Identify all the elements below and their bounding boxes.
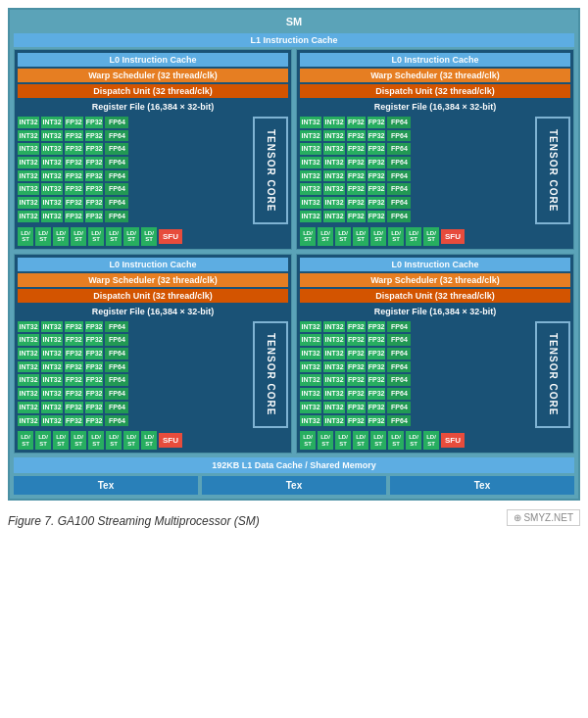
int32-cell: INT32 (18, 143, 39, 155)
fp32-cell: FP32 (85, 130, 104, 142)
int32-cell: INT32 (18, 211, 39, 222)
ld-st-cell: LD/ST (353, 227, 368, 246)
int32-cell: INT32 (41, 402, 63, 413)
fp64-cell: FP64 (387, 348, 411, 359)
fp32-cell: FP32 (85, 374, 104, 386)
fp64-cell: FP64 (105, 348, 128, 359)
fp32-cell: FP32 (65, 170, 83, 182)
ld-st-cell: LD/ST (406, 227, 421, 246)
warp-scheduler-tr: Warp Scheduler (32 thread/clk) (300, 69, 570, 82)
ld-st-cell: LD/ST (300, 431, 316, 450)
register-file-bl: Register File (16,384 × 32-bit) (18, 305, 288, 318)
l1-data-cache: 192KB L1 Data Cache / Shared Memory (14, 457, 574, 473)
quadrant-bottom-left: L0 Instruction Cache Warp Scheduler (32 … (14, 254, 292, 455)
int32-cell: INT32 (323, 348, 345, 359)
sfu-cell-tr: SFU (441, 229, 465, 244)
fp32-cell: FP32 (368, 117, 386, 128)
fp32-cell: FP32 (368, 402, 386, 413)
fp32-cell: FP32 (85, 170, 104, 182)
l0-cache-tl: L0 Instruction Cache (18, 53, 288, 67)
sfu-cell-tl: SFU (159, 229, 182, 244)
fp32-cell: FP32 (368, 197, 386, 209)
compute-section-br: INT32 INT32 FP32 FP32 FP64 INT32 INT32 F… (300, 321, 570, 429)
sm-title: SM (14, 14, 574, 29)
int32-cell: INT32 (300, 143, 321, 155)
tensor-core-bl: TENSOR CORE (253, 321, 288, 429)
quadrant-top-left: L0 Instruction Cache Warp Scheduler (32 … (14, 49, 292, 250)
int32-cell: INT32 (18, 415, 39, 427)
table-row: INT32 INT32 FP32 FP32 FP64 (300, 334, 532, 346)
ld-st-cell: LD/ST (71, 227, 86, 246)
table-row: INT32 INT32 FP32 FP32 FP64 (18, 117, 250, 128)
l0-cache-br: L0 Instruction Cache (300, 258, 570, 271)
table-row: INT32 INT32 FP32 FP32 FP64 (300, 321, 532, 333)
int32-cell: INT32 (300, 211, 321, 222)
fp64-cell: FP64 (105, 402, 128, 413)
ld-st-cell: LD/ST (106, 431, 122, 450)
table-row: INT32 INT32 FP32 FP32 FP64 (18, 321, 250, 333)
table-row: INT32 INT32 FP32 FP32 FP64 (300, 130, 532, 142)
ld-st-cell: LD/ST (318, 431, 333, 450)
fp64-cell: FP64 (387, 415, 411, 427)
fp64-cell: FP64 (387, 388, 411, 400)
fp32-cell: FP32 (65, 183, 83, 195)
fp64-cell: FP64 (105, 183, 128, 195)
int-fp-grid-bl: INT32 INT32 FP32 FP32 FP64 INT32 INT32 F… (18, 321, 250, 429)
tex-cell-center: Tex (202, 476, 386, 495)
ld-st-cell: LD/ST (335, 431, 351, 450)
fp32-cell: FP32 (65, 143, 83, 155)
fp32-cell: FP32 (65, 374, 83, 386)
ld-st-cell: LD/ST (335, 227, 351, 246)
fp32-cell: FP32 (65, 157, 83, 168)
int32-cell: INT32 (18, 170, 39, 182)
fp32-cell: FP32 (347, 117, 366, 128)
int32-cell: INT32 (41, 374, 63, 386)
bottom-row-tr: LD/ST LD/ST LD/ST LD/ST LD/ST LD/ST LD/S… (300, 227, 570, 246)
fp64-cell: FP64 (105, 334, 128, 346)
table-row: INT32 INT32 FP32 FP32 FP64 (300, 117, 532, 128)
fp32-cell: FP32 (65, 197, 83, 209)
fp32-cell: FP32 (65, 117, 83, 128)
int32-cell: INT32 (18, 374, 39, 386)
int32-cell: INT32 (18, 334, 39, 346)
int32-cell: INT32 (41, 183, 63, 195)
table-row: INT32 INT32 FP32 FP32 FP64 (300, 388, 532, 400)
int32-cell: INT32 (18, 402, 39, 413)
fp32-cell: FP32 (85, 415, 104, 427)
fp64-cell: FP64 (387, 374, 411, 386)
fp32-cell: FP32 (347, 402, 366, 413)
ld-st-cell: LD/ST (406, 431, 421, 450)
fp32-cell: FP32 (368, 183, 386, 195)
int32-cell: INT32 (300, 197, 321, 209)
ld-st-cell: LD/ST (388, 431, 404, 450)
table-row: INT32 INT32 FP32 FP32 FP64 (300, 143, 532, 155)
fp32-cell: FP32 (85, 348, 104, 359)
fp32-cell: FP32 (347, 197, 366, 209)
int32-cell: INT32 (41, 117, 63, 128)
int32-cell: INT32 (18, 321, 39, 333)
fp32-cell: FP32 (85, 388, 104, 400)
fp64-cell: FP64 (105, 388, 128, 400)
ld-st-cell: LD/ST (18, 431, 33, 450)
fp64-cell: FP64 (387, 321, 411, 333)
ld-st-cell: LD/ST (53, 227, 69, 246)
int32-cell: INT32 (300, 415, 321, 427)
fp32-cell: FP32 (65, 402, 83, 413)
int-fp-grid-br: INT32 INT32 FP32 FP32 FP64 INT32 INT32 F… (300, 321, 532, 429)
tensor-core-br: TENSOR CORE (535, 321, 570, 429)
table-row: INT32 INT32 FP32 FP32 FP64 (18, 211, 250, 222)
fp32-cell: FP32 (368, 157, 386, 168)
ld-st-cell: LD/ST (300, 227, 316, 246)
table-row: INT32 INT32 FP32 FP32 FP64 (18, 334, 250, 346)
int32-cell: INT32 (18, 130, 39, 142)
fp32-cell: FP32 (347, 321, 366, 333)
int32-cell: INT32 (300, 402, 321, 413)
int32-cell: INT32 (18, 157, 39, 168)
register-file-tl: Register File (16,384 × 32-bit) (18, 100, 288, 114)
fp64-cell: FP64 (105, 211, 128, 222)
int32-cell: INT32 (323, 117, 345, 128)
ld-st-cell: LD/ST (318, 227, 333, 246)
fp32-cell: FP32 (347, 415, 366, 427)
fp32-cell: FP32 (85, 402, 104, 413)
table-row: INT32 INT32 FP32 FP32 FP64 (18, 143, 250, 155)
